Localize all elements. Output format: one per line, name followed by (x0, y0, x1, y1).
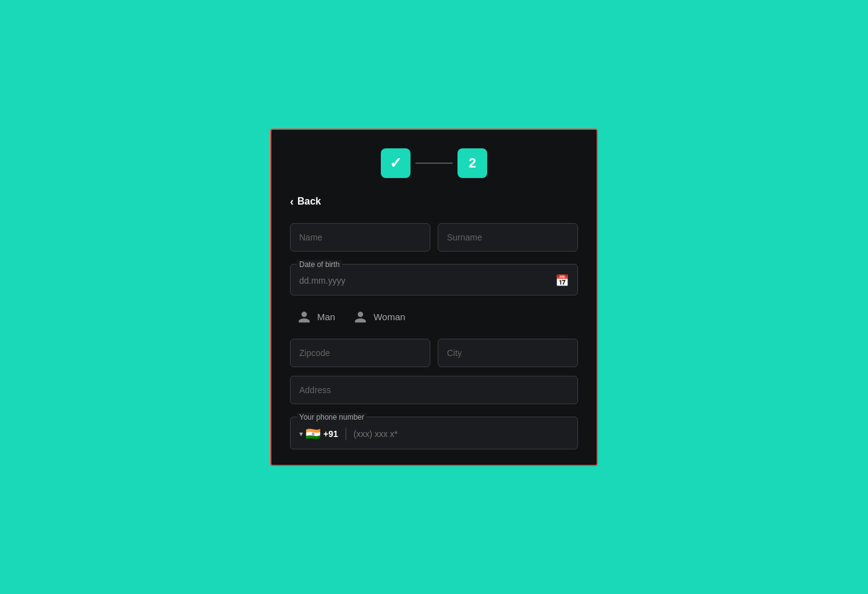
phone-input[interactable] (354, 429, 569, 439)
dob-legend: Date of birth (297, 260, 342, 269)
step1-box: ✓ (381, 148, 411, 178)
woman-icon (352, 309, 368, 325)
zipcode-input[interactable] (290, 339, 430, 367)
zipcode-city-row (290, 339, 578, 367)
step2-label: 2 (469, 155, 476, 171)
gender-row: Man Woman (290, 304, 578, 330)
phone-divider (346, 428, 346, 440)
step-indicator: ✓ 2 (290, 148, 578, 178)
step2-box: 2 (457, 148, 487, 178)
country-code: +91 (323, 429, 338, 439)
back-button[interactable]: ‹ Back (290, 195, 321, 208)
country-selector[interactable]: ▾ 🇮🇳 +91 (299, 426, 338, 441)
address-row (290, 376, 578, 404)
address-input[interactable] (290, 376, 578, 404)
country-flag: 🇮🇳 (305, 426, 321, 441)
form-card: ✓ 2 ‹ Back Date of birth 📅 (270, 129, 598, 466)
surname-input[interactable] (438, 223, 578, 252)
dob-row: 📅 (299, 274, 569, 287)
chevron-left-icon: ‹ (290, 195, 294, 208)
outer-border: ✓ 2 ‹ Back Date of birth 📅 (252, 110, 616, 485)
checkmark-icon: ✓ (389, 155, 402, 172)
phone-legend: Your phone number (297, 413, 367, 422)
phone-fieldset: Your phone number ▾ 🇮🇳 +91 (290, 413, 578, 449)
man-label: Man (317, 312, 335, 322)
phone-row: ▾ 🇮🇳 +91 (299, 426, 569, 441)
name-input[interactable] (290, 223, 430, 252)
gender-man-option[interactable]: Man (296, 309, 335, 325)
name-surname-row (290, 223, 578, 252)
back-label: Back (297, 196, 321, 207)
calendar-icon[interactable]: 📅 (555, 274, 569, 287)
woman-label: Woman (373, 312, 405, 322)
city-input[interactable] (438, 339, 578, 367)
step-line (415, 163, 453, 164)
gender-woman-option[interactable]: Woman (352, 309, 405, 325)
chevron-down-icon: ▾ (299, 430, 303, 438)
man-icon (296, 309, 312, 325)
dob-fieldset: Date of birth 📅 (290, 260, 578, 295)
dob-input[interactable] (299, 276, 555, 286)
